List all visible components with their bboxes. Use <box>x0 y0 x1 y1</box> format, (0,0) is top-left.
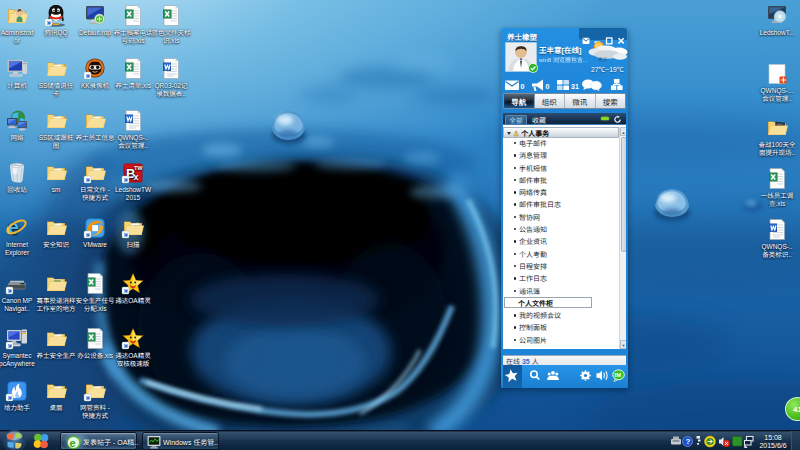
svg-text:?: ? <box>686 435 691 446</box>
svg-text:e: e <box>69 436 75 448</box>
svg-text:31: 31 <box>571 81 579 91</box>
svg-text:0: 0 <box>521 81 525 91</box>
svg-text:TW: TW <box>134 165 143 171</box>
svg-text:0: 0 <box>546 81 550 91</box>
svg-text:x: x <box>134 172 139 182</box>
svg-text:IM: IM <box>615 370 622 379</box>
